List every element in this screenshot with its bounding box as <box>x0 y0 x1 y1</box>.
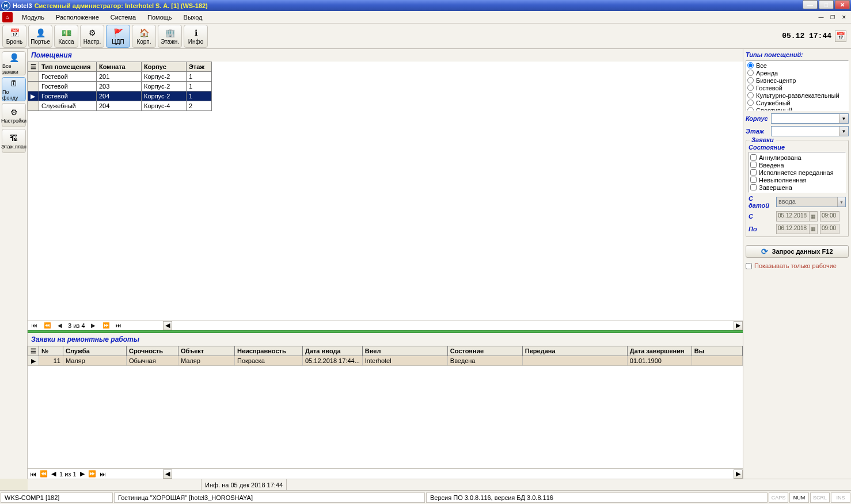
child-close-button[interactable]: ✕ <box>839 13 849 21</box>
child-restore-button[interactable]: ❐ <box>828 13 837 21</box>
calendar-icon[interactable]: ▦ <box>809 212 817 221</box>
room-type-option[interactable]: Все <box>747 62 847 69</box>
req-col-completed[interactable]: Дата завершения <box>627 346 692 356</box>
nav-prevpage[interactable]: ⏪ <box>43 322 52 330</box>
filter-time-from[interactable]: 09:00 <box>820 211 839 222</box>
rooms-col-type[interactable]: Тип помещения <box>39 62 97 72</box>
left-settings[interactable]: ⚙Настройки <box>2 103 26 127</box>
nav-first[interactable]: ⏮ <box>30 322 39 330</box>
state-checkbox[interactable] <box>750 169 757 175</box>
table-row[interactable]: ▶Гостевой204Корпус-21 <box>28 91 212 101</box>
rnav-first[interactable]: ⏮ <box>30 471 36 478</box>
table-row[interactable]: Гостевой201Корпус-21 <box>28 72 212 82</box>
state-option[interactable]: Введена <box>750 161 844 169</box>
nav-next[interactable]: ▶ <box>89 322 98 330</box>
filter-date-from[interactable]: 05.12.2018▦ <box>776 211 818 222</box>
rooms-col-korpus[interactable]: Корпус <box>142 62 187 72</box>
table-row[interactable]: Служебный204Корпус-42 <box>28 101 212 111</box>
show-only-working-checkbox[interactable] <box>746 263 752 269</box>
room-type-option[interactable]: Бизнес-центр <box>747 77 847 84</box>
menu-help[interactable]: Помощь <box>142 13 178 22</box>
state-option[interactable]: Невыполненная <box>750 176 844 184</box>
filter-korpus-combo[interactable]: ▼ <box>771 113 849 124</box>
table-row[interactable]: Гостевой203Корпус-21 <box>28 82 212 91</box>
req-col-passed[interactable]: Передана <box>522 346 627 356</box>
rnav-last[interactable]: ⏭ <box>100 471 106 478</box>
req-col-service[interactable]: Служба <box>63 346 127 356</box>
state-checkbox[interactable] <box>750 154 757 161</box>
menu-module[interactable]: Модуль <box>16 13 50 22</box>
child-minimize-button[interactable]: — <box>816 13 826 21</box>
req-col-by[interactable]: Ввел <box>362 346 447 356</box>
room-type-option[interactable]: Гостевой <box>747 84 847 91</box>
query-data-button[interactable]: ⟳ Запрос данных F12 <box>746 245 849 258</box>
menu-exit[interactable]: Выход <box>178 13 208 22</box>
toolbar-bron[interactable]: 📅Бронь <box>2 25 26 48</box>
rscroll-right-button[interactable]: ▶ <box>734 469 743 479</box>
toolbar-floor[interactable]: 🏢Этажн. <box>158 25 182 48</box>
room-type-radio[interactable] <box>747 107 754 111</box>
rnav-prevpage[interactable]: ⏪ <box>40 470 48 478</box>
calendar-button[interactable]: 📅 <box>835 30 846 42</box>
rnav-nextpage[interactable]: ⏩ <box>88 470 96 478</box>
req-col-marker[interactable]: ☰ <box>28 346 39 356</box>
toolbar-porter[interactable]: 👤Портье <box>28 25 52 48</box>
req-col-object[interactable]: Объект <box>178 346 235 356</box>
nav-last[interactable]: ⏭ <box>114 322 123 330</box>
left-by-fund[interactable]: 🗓По фонду <box>2 77 26 101</box>
nav-prev[interactable]: ◀ <box>55 322 64 330</box>
state-checkbox[interactable] <box>750 177 757 183</box>
req-col-num[interactable]: № <box>39 346 63 356</box>
room-type-radio[interactable] <box>747 62 754 68</box>
dropdown-icon[interactable]: ▼ <box>837 197 845 207</box>
req-col-fault[interactable]: Неисправность <box>235 346 303 356</box>
room-type-option[interactable]: Спортивный <box>747 106 847 111</box>
room-type-option[interactable]: Служебный <box>747 99 847 106</box>
menu-system[interactable]: Система <box>105 13 142 22</box>
room-type-radio[interactable] <box>747 100 754 106</box>
left-all-requests[interactable]: 👤Все заявки <box>2 51 26 75</box>
room-type-option[interactable]: Аренда <box>747 69 847 77</box>
menu-layout[interactable]: Расположение <box>50 13 105 22</box>
minimize-button[interactable]: — <box>803 0 818 9</box>
filter-floor-combo[interactable]: ▼ <box>771 126 849 136</box>
toolbar-settings[interactable]: ⚙Настр. <box>80 25 104 48</box>
rooms-col-room[interactable]: Комната <box>97 62 142 72</box>
toolbar-cdp[interactable]: 🚩ЦДП <box>106 25 130 48</box>
room-type-radio[interactable] <box>747 92 754 98</box>
toolbar-kassa[interactable]: 💵Касса <box>54 25 78 48</box>
room-type-radio[interactable] <box>747 70 754 76</box>
calendar-icon[interactable]: ▦ <box>809 224 817 234</box>
state-option[interactable]: Исполняется переданная <box>750 169 844 176</box>
req-col-entered[interactable]: Дата ввода <box>303 346 363 356</box>
rnav-next[interactable]: ▶ <box>80 470 85 478</box>
req-col-extra[interactable]: Вы <box>692 346 742 356</box>
req-col-state[interactable]: Состояние <box>447 346 522 356</box>
state-checkbox[interactable] <box>750 184 757 190</box>
room-type-radio[interactable] <box>747 85 754 91</box>
requests-table[interactable]: ☰ № Служба Срочность Объект Неисправност… <box>28 346 743 366</box>
dropdown-icon[interactable]: ▼ <box>839 127 848 136</box>
nav-nextpage[interactable]: ⏩ <box>101 322 111 330</box>
toolbar-korp[interactable]: 🏠Корп. <box>132 25 156 48</box>
state-checkbox[interactable] <box>750 162 757 168</box>
state-option[interactable]: Завершена <box>750 184 844 191</box>
req-col-urgency[interactable]: Срочность <box>127 346 178 356</box>
rnav-prev[interactable]: ◀ <box>51 470 56 478</box>
show-only-working-check[interactable]: Показывать только рабочие <box>746 262 849 269</box>
table-row[interactable]: ▶11МалярОбычнаяМалярПокраска05.12.2018 1… <box>28 356 743 366</box>
filter-date-to[interactable]: 06.12.2018▦ <box>776 224 818 234</box>
rscroll-left-button[interactable]: ◀ <box>163 469 172 479</box>
state-option[interactable]: Аннулирована <box>750 154 844 161</box>
room-type-radio[interactable] <box>747 77 754 83</box>
left-floor-plan[interactable]: 🏗Этаж.план <box>2 129 26 153</box>
room-type-option[interactable]: Культурно-развлекательный <box>747 91 847 99</box>
close-button[interactable]: ✕ <box>835 0 850 9</box>
scroll-left-button[interactable]: ◀ <box>163 321 172 330</box>
filter-time-to[interactable]: 09:00 <box>820 224 839 234</box>
room-types-list[interactable]: ВсеАрендаБизнес-центрГостевойКультурно-р… <box>746 60 849 111</box>
rooms-col-marker[interactable]: ☰ <box>28 62 39 72</box>
scroll-right-button[interactable]: ▶ <box>734 321 743 330</box>
dropdown-icon[interactable]: ▼ <box>839 114 848 123</box>
rooms-col-floor[interactable]: Этаж <box>187 62 212 72</box>
